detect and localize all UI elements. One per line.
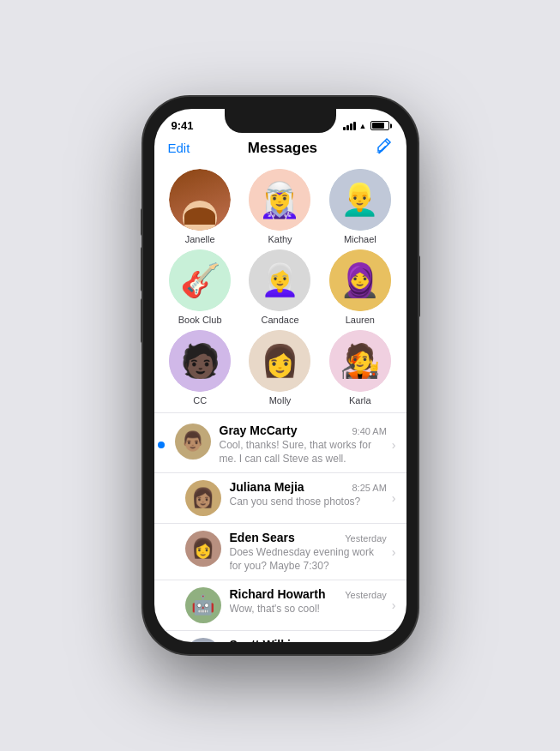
unread-indicator — [158, 442, 165, 448]
message-content-juliana: Juliana Mejia 8:25 AM Can you send those… — [230, 480, 387, 509]
message-list: 👨🏽 Gray McCarty 9:40 AM Cool, thanks! Su… — [154, 417, 406, 642]
chevron-icon: › — [392, 545, 396, 559]
contact-name-bookclub: Book Club — [178, 315, 222, 325]
avatar-karla: 🧑‍🎤 — [329, 330, 391, 392]
message-time-scott: Yesterday — [345, 640, 387, 642]
message-content-richard: Richard Howarth Yesterday Wow, that's so… — [230, 587, 387, 616]
sender-name-juliana: Juliana Mejia — [230, 480, 304, 494]
message-time-richard: Yesterday — [345, 590, 387, 600]
message-content-eden: Eden Sears Yesterday Does Wednesday even… — [230, 531, 387, 573]
messages-header: Edit Messages — [154, 135, 406, 165]
message-preview-juliana: Can you send those photos? — [230, 496, 387, 509]
avatar-scott-wilkie: 👨🏻 — [185, 638, 221, 642]
sender-name-gray: Gray McCarty — [220, 424, 298, 437]
pinned-contact-lauren[interactable]: 🧕 Lauren — [322, 249, 397, 325]
avatar-juliana-mejia: 👩🏽 — [185, 480, 221, 516]
avatar-michael: 👱‍♂️ — [329, 169, 391, 231]
message-preview-richard: Wow, that's so cool! — [230, 603, 387, 616]
message-top-row: Eden Sears Yesterday — [230, 531, 387, 544]
volume-down-button — [141, 298, 143, 343]
screen-content: 9:41 ▲ Edit Messages — [154, 109, 406, 642]
pinned-contact-karla[interactable]: 🧑‍🎤 Karla — [322, 330, 397, 406]
pinned-contacts-grid: Janelle 🧝‍♀️ Kathy 👱‍♂️ Michael — [154, 165, 406, 409]
avatar-candace: 👩‍🦳 — [249, 249, 310, 311]
status-icons: ▲ — [343, 121, 389, 130]
silent-button — [141, 208, 143, 236]
page-title: Messages — [248, 140, 317, 157]
sender-name-richard: Richard Howarth — [230, 587, 326, 601]
message-item-gray[interactable]: 👨🏽 Gray McCarty 9:40 AM Cool, thanks! Su… — [154, 417, 406, 473]
volume-up-button — [141, 247, 143, 291]
message-preview-eden: Does Wednesday evening work for you? May… — [230, 546, 387, 573]
sender-name-scott: Scott Wilkie — [230, 638, 298, 642]
message-content-gray: Gray McCarty 9:40 AM Cool, thanks! Sure,… — [220, 424, 387, 466]
pinned-contact-bookclub[interactable]: 🎸 Book Club — [163, 249, 238, 325]
contact-name-karla: Karla — [349, 395, 371, 406]
message-top-row: Richard Howarth Yesterday — [230, 587, 387, 601]
contact-name-molly: Molly — [269, 395, 292, 406]
avatar-cc: 🧑🏿 — [169, 330, 231, 392]
message-item-richard[interactable]: 🤖 Richard Howarth Yesterday Wow, that's … — [154, 580, 406, 631]
chevron-icon: › — [392, 598, 396, 612]
message-top-row: Gray McCarty 9:40 AM — [220, 424, 387, 437]
notch — [225, 109, 336, 133]
edit-button[interactable]: Edit — [168, 141, 190, 155]
pinned-contact-candace[interactable]: 👩‍🦳 Candace — [243, 249, 317, 325]
avatar-gray-mccarty: 👨🏽 — [175, 424, 211, 460]
avatar-bookclub: 🎸 — [169, 249, 231, 311]
message-item-juliana[interactable]: 👩🏽 Juliana Mejia 8:25 AM Can you send th… — [154, 473, 406, 524]
message-time-gray: 9:40 AM — [352, 426, 386, 436]
avatar-molly: 👩 — [249, 330, 310, 392]
message-content-scott: Scott Wilkie Yesterday Hey, do we have e… — [230, 638, 387, 642]
contact-name-lauren: Lauren — [346, 315, 375, 325]
pinned-contact-janelle[interactable]: Janelle — [163, 169, 238, 244]
contact-name-michael: Michael — [344, 234, 376, 244]
contact-name-candace: Candace — [261, 315, 298, 325]
message-time-eden: Yesterday — [345, 533, 387, 544]
pinned-contact-molly[interactable]: 👩 Molly — [243, 330, 317, 406]
section-divider — [154, 412, 406, 413]
phone-screen: 9:41 ▲ Edit Messages — [154, 109, 406, 642]
contact-name-cc: CC — [193, 395, 207, 406]
message-item-scott[interactable]: 👨🏻 Scott Wilkie Yesterday Hey, do we hav… — [154, 631, 406, 642]
message-top-row: Juliana Mejia 8:25 AM — [230, 480, 387, 494]
sender-name-eden: Eden Sears — [230, 531, 295, 544]
message-item-eden[interactable]: 👩 Eden Sears Yesterday Does Wednesday ev… — [154, 524, 406, 580]
contact-name-janelle: Janelle — [185, 234, 215, 244]
chevron-icon: › — [392, 491, 396, 505]
chevron-icon: › — [392, 438, 396, 452]
message-top-row: Scott Wilkie Yesterday — [230, 638, 387, 642]
wifi-icon: ▲ — [359, 122, 367, 130]
message-time-juliana: 8:25 AM — [352, 483, 386, 493]
signal-icon — [343, 122, 356, 130]
avatar-kathy: 🧝‍♀️ — [249, 169, 310, 231]
power-button — [418, 255, 420, 317]
avatar-eden-sears: 👩 — [185, 531, 221, 567]
avatar-lauren: 🧕 — [329, 249, 391, 311]
phone-frame: 9:41 ▲ Edit Messages — [143, 97, 418, 654]
contact-name-kathy: Kathy — [268, 234, 292, 244]
battery-icon — [370, 121, 389, 130]
avatar-janelle — [169, 169, 231, 231]
pinned-contact-michael[interactable]: 👱‍♂️ Michael — [322, 169, 397, 244]
pinned-contact-kathy[interactable]: 🧝‍♀️ Kathy — [243, 169, 317, 244]
status-time: 9:41 — [172, 119, 194, 132]
compose-button[interactable] — [375, 137, 392, 159]
pinned-contact-cc[interactable]: 🧑🏿 CC — [163, 330, 238, 406]
avatar-richard-howarth: 🤖 — [185, 587, 221, 623]
message-preview-gray: Cool, thanks! Sure, that works for me. I… — [220, 439, 387, 466]
